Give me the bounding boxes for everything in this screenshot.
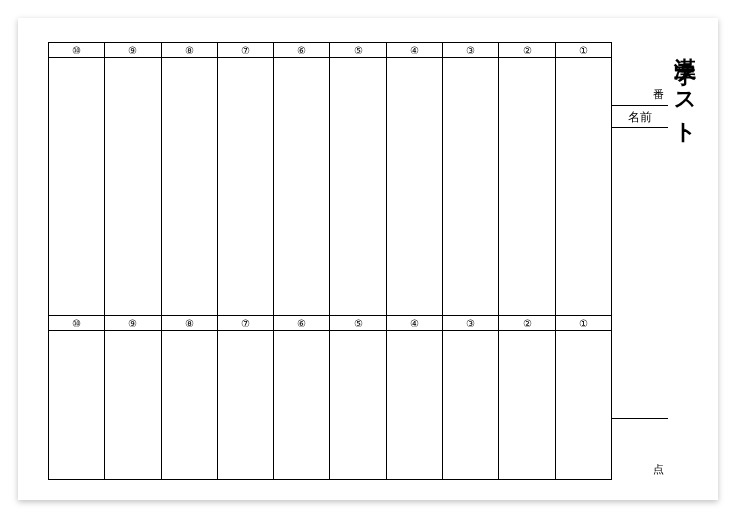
- answer-cell: [49, 331, 104, 479]
- student-name-label: 名前: [612, 106, 668, 128]
- col-head: ⑩: [49, 43, 104, 58]
- answer-grid: ⑩ ⑨ ⑧ ⑦ ⑥ ⑤ ④ ③ ② ① ⑩ ⑨ ⑧ ⑦ ⑥ ⑤ ④ ③ ② ①: [48, 42, 612, 480]
- grid-col: ⑧: [161, 43, 217, 316]
- answer-cell: [499, 58, 554, 316]
- answer-cell: [218, 58, 273, 316]
- col-head: ④: [387, 316, 442, 331]
- grid-col: ④: [386, 316, 442, 479]
- grid-col: ⑨: [104, 43, 160, 316]
- grid-col: ⑨: [104, 316, 160, 479]
- col-head: ⑥: [274, 316, 329, 331]
- grid-col: ⑤: [329, 43, 385, 316]
- grid-row-2: ⑩ ⑨ ⑧ ⑦ ⑥ ⑤ ④ ③ ② ①: [49, 316, 611, 479]
- grid-col: ①: [555, 316, 611, 479]
- grid-col: ⑩: [49, 316, 104, 479]
- answer-cell: [218, 331, 273, 479]
- col-head: ②: [499, 43, 554, 58]
- score-label: 点: [653, 462, 664, 477]
- col-head: ④: [387, 43, 442, 58]
- col-head: ⑦: [218, 316, 273, 331]
- answer-cell: [274, 58, 329, 316]
- grid-col: ⑥: [273, 43, 329, 316]
- col-head: ③: [443, 43, 498, 58]
- answer-cell: [105, 331, 160, 479]
- col-head: ②: [499, 316, 554, 331]
- grid-col: ⑤: [329, 316, 385, 479]
- col-head: ⑤: [330, 316, 385, 331]
- col-head: ⑩: [49, 316, 104, 331]
- grid-col: ⑦: [217, 316, 273, 479]
- grid-col: ②: [498, 43, 554, 316]
- answer-cell: [443, 331, 498, 479]
- col-head: ①: [556, 43, 611, 58]
- col-head: ③: [443, 316, 498, 331]
- answer-cell: [499, 331, 554, 479]
- col-head: ①: [556, 316, 611, 331]
- grid-col: ⑧: [161, 316, 217, 479]
- grid-col: ③: [442, 316, 498, 479]
- grid-col: ③: [442, 43, 498, 316]
- col-head: ⑧: [162, 43, 217, 58]
- answer-cell: [162, 58, 217, 316]
- answer-cell: [162, 331, 217, 479]
- col-head: ⑨: [105, 316, 160, 331]
- col-head: ⑥: [274, 43, 329, 58]
- grid-col: ④: [386, 43, 442, 316]
- grid-col: ⑩: [49, 43, 104, 316]
- answer-cell: [556, 58, 611, 316]
- worksheet-title: 漢字テスト: [670, 40, 700, 135]
- student-number-label: 番: [653, 87, 664, 102]
- col-head: ⑦: [218, 43, 273, 58]
- grid-row-1: ⑩ ⑨ ⑧ ⑦ ⑥ ⑤ ④ ③ ② ①: [49, 43, 611, 316]
- answer-cell: [330, 331, 385, 479]
- answer-cell: [330, 58, 385, 316]
- grid-col: ②: [498, 316, 554, 479]
- answer-cell: [105, 58, 160, 316]
- grid-col: ①: [555, 43, 611, 316]
- answer-cell: [387, 58, 442, 316]
- answer-cell: [387, 331, 442, 479]
- col-head: ⑨: [105, 43, 160, 58]
- grid-col: ⑦: [217, 43, 273, 316]
- student-number-field: 番: [612, 42, 668, 106]
- col-head: ⑤: [330, 43, 385, 58]
- answer-cell: [49, 58, 104, 316]
- grid-col: ⑥: [273, 316, 329, 479]
- col-head: ⑧: [162, 316, 217, 331]
- answer-cell: [274, 331, 329, 479]
- student-info: 番 名前: [612, 42, 668, 128]
- worksheet-sheet: 漢字テスト 番 名前 点 ⑩ ⑨ ⑧ ⑦ ⑥ ⑤ ④ ③ ② ① ⑩ ⑨ ⑧ ⑦…: [18, 18, 718, 500]
- answer-cell: [443, 58, 498, 316]
- score-field: 点: [612, 418, 668, 480]
- answer-cell: [556, 331, 611, 479]
